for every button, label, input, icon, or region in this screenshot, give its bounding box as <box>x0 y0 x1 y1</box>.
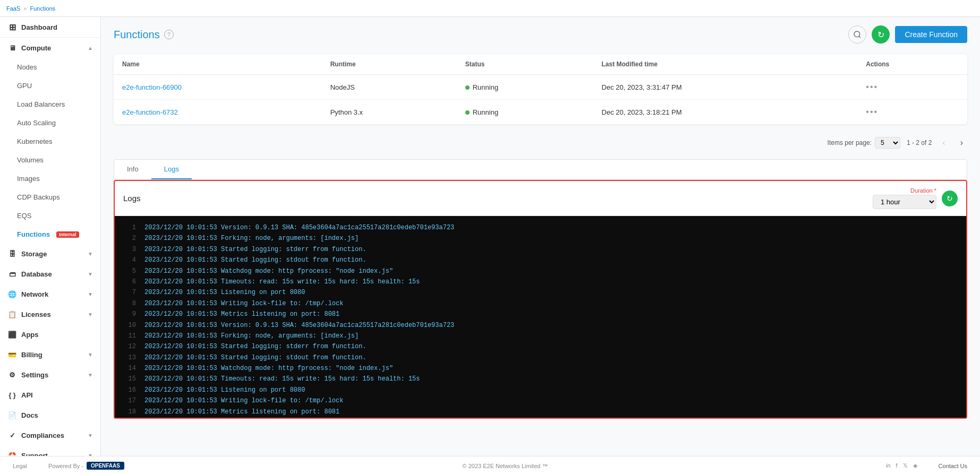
tab-info[interactable]: Info <box>114 160 151 179</box>
sidebar-item-network[interactable]: 🌐 Network ▼ <box>0 284 100 304</box>
sidebar-label-volumes: Volumes <box>17 156 44 164</box>
sidebar-item-billing[interactable]: 💳 Billing ▼ <box>0 344 100 365</box>
linkedin-icon[interactable]: in <box>886 462 891 469</box>
search-icon <box>853 30 862 39</box>
log-line: 172023/12/20 10:01:53 Writing lock-file … <box>123 395 958 406</box>
sidebar-item-functions[interactable]: Functions Internal <box>0 225 100 244</box>
log-text: 2023/12/20 10:01:53 Timeouts: read: 15s … <box>144 277 420 287</box>
sidebar-item-volumes[interactable]: Volumes <box>0 151 100 169</box>
tab-logs[interactable]: Logs <box>151 160 192 179</box>
grid-icon: ⊞ <box>7 22 17 32</box>
items-per-page-select[interactable]: 5 10 25 <box>875 137 900 149</box>
powered-by-label: Powered By - <box>48 463 83 469</box>
log-line: 162023/12/20 10:01:53 Listening on port … <box>123 385 958 395</box>
sidebar-label-functions: Functions <box>17 230 50 238</box>
sidebar-item-gpu[interactable]: GPU <box>0 76 100 95</box>
footer-contact[interactable]: Contact Us <box>939 463 967 469</box>
log-line: 102023/12/20 10:01:53 Version: 0.9.13 SH… <box>123 320 958 331</box>
sidebar-item-images[interactable]: Images <box>0 169 100 188</box>
table-row: e2e-function-66900 NodeJS Running Dec 20… <box>114 75 967 100</box>
col-last-modified: Last Modified time <box>593 54 858 75</box>
sidebar-item-database[interactable]: 🗃 Database ▼ <box>0 264 100 284</box>
log-line: 32023/12/20 10:01:53 Started logging: st… <box>123 244 958 255</box>
log-text: 2023/12/20 10:01:53 Metrics listening on… <box>144 309 339 319</box>
log-line: 122023/12/20 10:01:53 Started logging: s… <box>123 341 958 352</box>
sidebar-label-docs: Docs <box>21 411 38 419</box>
support-icon: 🛟 <box>7 451 17 456</box>
sidebar-label-compute: Compute <box>21 44 51 52</box>
sidebar-item-cdp-backups[interactable]: CDP Backups <box>0 188 100 206</box>
refresh-button[interactable]: ↻ <box>872 25 890 44</box>
sidebar-item-apps[interactable]: ⬛ Apps <box>0 324 100 344</box>
log-number: 14 <box>123 363 136 374</box>
log-number: 1 <box>123 222 136 233</box>
log-line: 72023/12/20 10:01:53 Listening on port 8… <box>123 287 958 298</box>
apps-icon: ⬛ <box>7 330 17 339</box>
sidebar-item-load-balancers[interactable]: Load Balancers <box>0 95 100 114</box>
main-content: Functions ? ↻ Create Function <box>101 17 980 456</box>
page-title: Functions ? <box>114 29 174 41</box>
log-number: 10 <box>123 320 136 331</box>
sidebar-item-docs[interactable]: 📄 Docs <box>0 405 100 425</box>
footer-copyright: © 2023 E2E Networks Limited ™ <box>124 463 886 469</box>
sidebar-label-apps: Apps <box>21 331 39 339</box>
duration-select[interactable]: 1 hour 3 hours 6 hours 12 hours 24 hours <box>873 195 936 209</box>
function-name-link2[interactable]: e2e-function-6732 <box>122 108 178 116</box>
log-text: 2023/12/20 10:01:53 Forking: node, argum… <box>144 233 359 244</box>
page-header: Functions ? ↻ Create Function <box>114 25 967 44</box>
log-text: 2023/12/20 10:01:53 Version: 0.9.13 SHA:… <box>144 320 454 331</box>
twitter-icon[interactable]: 𝕏 <box>903 462 908 469</box>
header-actions: ↻ Create Function <box>848 25 967 44</box>
pagination: Items per page: 5 10 25 1 - 2 of 2 ‹ › <box>114 131 967 155</box>
sidebar-label-eqs: EQS <box>17 212 31 220</box>
log-output: 12023/12/20 10:01:53 Version: 0.9.13 SHA… <box>115 216 966 418</box>
help-icon[interactable]: ? <box>164 30 174 39</box>
log-text: 2023/12/20 10:01:53 Watchdog mode: http … <box>144 266 393 277</box>
logs-section: Logs Duration * 1 hour 3 hours 6 hours 1… <box>114 180 967 419</box>
chevron-down-icon7: ▼ <box>88 433 93 438</box>
chevron-down-icon3: ▼ <box>88 291 93 297</box>
sidebar-item-compliances[interactable]: ✓ Compliances ▼ <box>0 425 100 445</box>
sidebar-item-eqs[interactable]: EQS <box>0 206 100 225</box>
sidebar-label-settings: Settings <box>21 371 48 379</box>
sidebar-item-kubernetes[interactable]: Kubernetes <box>0 132 100 151</box>
sidebar-item-api[interactable]: { } API <box>0 385 100 405</box>
sidebar-item-settings[interactable]: ⚙ Settings ▼ <box>0 365 100 385</box>
log-line: 52023/12/20 10:01:53 Watchdog mode: http… <box>123 266 958 277</box>
prev-page-button[interactable]: ‹ <box>938 136 949 150</box>
actions-button[interactable]: ••• <box>857 75 967 100</box>
sidebar: ⊞ Dashboard 🖥 Compute ▲ Nodes GPU Load B… <box>0 17 101 456</box>
breadcrumb-faas[interactable]: FaaS <box>6 5 20 12</box>
logs-refresh-button[interactable]: ↻ <box>942 191 958 206</box>
items-per-page: Items per page: 5 10 25 <box>828 137 900 149</box>
database-icon: 🗃 <box>7 269 17 279</box>
facebook-icon[interactable]: f <box>896 462 898 469</box>
logs-header: Logs Duration * 1 hour 3 hours 6 hours 1… <box>115 181 966 216</box>
next-page-button[interactable]: › <box>956 136 967 150</box>
log-line: 42023/12/20 10:01:53 Started logging: st… <box>123 255 958 265</box>
sidebar-item-support[interactable]: 🛟 Support ▼ <box>0 445 100 456</box>
storage-icon: 🗄 <box>7 249 17 258</box>
table-row: e2e-function-6732 Python 3.x Running Dec… <box>114 100 967 125</box>
chevron-down-icon2: ▼ <box>88 271 93 277</box>
feed-icon[interactable]: ◈ <box>913 462 917 469</box>
breadcrumb-functions[interactable]: Functions <box>30 5 55 12</box>
internal-badge: Internal <box>56 231 79 238</box>
search-button[interactable] <box>848 25 866 44</box>
log-text: 2023/12/20 10:01:53 Forking: node, argum… <box>144 331 359 341</box>
sidebar-item-storage[interactable]: 🗄 Storage ▼ <box>0 244 100 264</box>
create-function-button[interactable]: Create Function <box>895 26 967 43</box>
sidebar-label-billing: Billing <box>21 351 42 359</box>
sidebar-item-nodes[interactable]: Nodes <box>0 58 100 76</box>
log-text: 2023/12/20 10:01:53 Started logging: std… <box>144 341 367 352</box>
sidebar-item-dashboard[interactable]: ⊞ Dashboard <box>0 17 100 38</box>
sidebar-item-licenses[interactable]: 📋 Licenses ▼ <box>0 304 100 324</box>
sidebar-item-auto-scaling[interactable]: Auto Scaling <box>0 114 100 132</box>
sidebar-label-api: API <box>21 391 33 399</box>
footer-powered: Powered By - OPENFAAS <box>48 462 124 470</box>
sidebar-item-compute[interactable]: 🖥 Compute ▲ <box>0 38 100 58</box>
function-name-link[interactable]: e2e-function-66900 <box>122 83 182 91</box>
footer-legal[interactable]: Legal <box>13 463 27 469</box>
actions-button2[interactable]: ••• <box>857 100 967 125</box>
docs-icon: 📄 <box>7 410 17 420</box>
